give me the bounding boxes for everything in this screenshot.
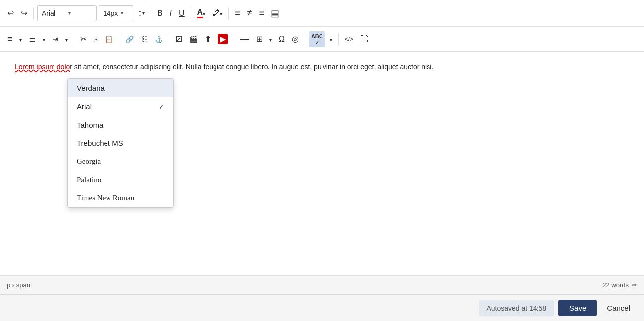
line-height-chevron-icon bbox=[142, 10, 145, 16]
font-option-times-new-roman[interactable]: Times New Roman bbox=[68, 189, 173, 207]
line-height-button[interactable]: ↕ bbox=[135, 6, 147, 20]
indent-chevron-button[interactable] bbox=[63, 33, 70, 46]
hr-button[interactable]: — bbox=[238, 32, 252, 46]
omega-icon: Ω bbox=[279, 35, 285, 44]
font-color-icon: A bbox=[197, 8, 203, 18]
toolbar-2: ≡ ≣ ⇥ ✂ ⎘ 📋 🔗 ⛓ ⚓ 🖼 bbox=[0, 27, 644, 52]
copy-button[interactable]: ⎘ bbox=[91, 33, 100, 45]
undo-icon bbox=[7, 8, 14, 18]
arial-selected-icon: ✓ bbox=[159, 103, 164, 111]
target-icon: ◎ bbox=[292, 34, 299, 44]
indent-chevron-icon bbox=[65, 35, 68, 44]
text-red-span: Lorem ipsum dolo bbox=[15, 63, 70, 71]
spellcheck-chevron-button[interactable] bbox=[327, 33, 335, 46]
target-button[interactable]: ◎ bbox=[289, 32, 301, 46]
redo-button[interactable] bbox=[18, 6, 30, 20]
redo-icon bbox=[21, 8, 27, 18]
font-option-trebuchet[interactable]: Trebuchet MS bbox=[68, 134, 173, 152]
font-option-arial[interactable]: Arial ✓ bbox=[68, 97, 173, 116]
code-view-icon: </> bbox=[345, 36, 353, 43]
underline-button[interactable]: U bbox=[176, 7, 187, 20]
align-center-button[interactable]: ≠ bbox=[245, 6, 255, 20]
cut-icon: ✂ bbox=[80, 34, 87, 44]
anchor-button[interactable]: ⚓ bbox=[152, 33, 165, 45]
youtube-button[interactable]: ▶ bbox=[215, 32, 230, 46]
divider-2 bbox=[151, 7, 151, 19]
text-main-span: r sit amet, consectetur adipiscing elit.… bbox=[70, 63, 433, 71]
font-option-tahoma[interactable]: Tahoma bbox=[68, 116, 173, 134]
unlink-button[interactable]: ⛓ bbox=[138, 33, 150, 45]
editor-area[interactable]: Lorem ipsum dolor sit amet, consectetur … bbox=[0, 52, 644, 275]
font-family-select[interactable]: Arial bbox=[37, 5, 97, 21]
save-button[interactable]: Save bbox=[558, 300, 597, 316]
divider-9 bbox=[305, 33, 305, 45]
font-option-georgia[interactable]: Georgia bbox=[68, 152, 173, 171]
fullscreen-icon: ⛶ bbox=[360, 35, 368, 44]
image-button[interactable]: 🖼 bbox=[173, 33, 185, 45]
align-center-icon: ≠ bbox=[247, 8, 252, 18]
bottom-bar: Autosaved at 14:58 Save Cancel bbox=[0, 294, 644, 321]
image-icon: 🖼 bbox=[175, 35, 182, 43]
font-size-select[interactable]: 14px bbox=[99, 5, 133, 21]
align-left-button[interactable]: ≡ bbox=[232, 6, 243, 20]
status-bar: p › span 22 words ✏ bbox=[0, 275, 644, 294]
table-chevron-icon bbox=[269, 35, 272, 44]
link-button[interactable]: 🔗 bbox=[123, 33, 136, 45]
spellcheck-chevron-icon bbox=[330, 35, 332, 44]
special-char-button[interactable]: Ω bbox=[276, 33, 287, 46]
line-height-icon: ↕ bbox=[138, 8, 142, 18]
spellcheck-button[interactable]: ABC✓ bbox=[309, 31, 325, 47]
copy-icon: ⎘ bbox=[94, 35, 98, 43]
fullscreen-button[interactable]: ⛶ bbox=[358, 33, 371, 46]
autosaved-label: Autosaved at 14:58 bbox=[479, 300, 554, 316]
font-option-verdana[interactable]: Verdana bbox=[68, 79, 173, 97]
font-family-value: Arial bbox=[42, 9, 65, 17]
italic-button[interactable]: I bbox=[167, 7, 174, 20]
align-right-button[interactable]: ≡ bbox=[257, 6, 267, 20]
upload-button[interactable]: ⬆ bbox=[202, 32, 214, 46]
list-bullet-chevron-icon bbox=[19, 35, 22, 44]
anchor-icon: ⚓ bbox=[155, 35, 163, 43]
align-left-icon: ≡ bbox=[235, 8, 240, 18]
divider-4 bbox=[228, 7, 229, 19]
highlight-chevron-icon bbox=[220, 9, 222, 18]
bold-button[interactable]: B bbox=[155, 7, 165, 20]
list-numbered-chevron-icon bbox=[43, 35, 45, 44]
font-family-dropdown: Verdana Arial ✓ Tahoma Trebuchet MS Geor… bbox=[67, 78, 174, 208]
paste-button[interactable]: 📋 bbox=[102, 33, 115, 45]
font-color-chevron-icon bbox=[203, 9, 205, 18]
indent-button[interactable]: ⇥ bbox=[50, 32, 61, 46]
list-numbered-button[interactable]: ≣ bbox=[26, 32, 38, 46]
breadcrumb-text: p › span bbox=[7, 281, 30, 289]
edit-icon: ✏ bbox=[632, 281, 637, 289]
list-numbered-chevron-button[interactable] bbox=[40, 33, 48, 46]
divider-10 bbox=[338, 33, 339, 45]
list-bullet-icon: ≡ bbox=[7, 34, 12, 44]
divider-8 bbox=[234, 33, 234, 45]
list-bullet-button[interactable]: ≡ bbox=[5, 32, 15, 46]
divider-1 bbox=[33, 7, 34, 19]
link-icon: 🔗 bbox=[125, 35, 134, 43]
undo-button[interactable] bbox=[5, 6, 16, 20]
spellcheck-icon: ABC✓ bbox=[311, 33, 323, 45]
editor-content: Lorem ipsum dolor sit amet, consectetur … bbox=[15, 62, 629, 72]
divider-7 bbox=[169, 33, 169, 45]
cut-button[interactable]: ✂ bbox=[78, 32, 89, 46]
highlight-button[interactable]: 🖍 bbox=[210, 7, 225, 20]
table-chevron-button[interactable] bbox=[267, 33, 274, 46]
indent-icon: ⇥ bbox=[52, 34, 58, 44]
font-option-palatino[interactable]: Palatino bbox=[68, 171, 173, 189]
font-size-chevron-icon bbox=[121, 10, 129, 16]
code-view-button[interactable]: </> bbox=[342, 34, 356, 45]
list-bullet-chevron-button[interactable] bbox=[17, 33, 24, 46]
font-color-button[interactable]: A bbox=[195, 6, 208, 20]
table-button[interactable]: ⊞ bbox=[254, 32, 265, 46]
media-button[interactable]: 🎬 bbox=[187, 33, 200, 45]
divider-3 bbox=[191, 7, 191, 19]
justify-icon: ▤ bbox=[271, 8, 279, 19]
cancel-button[interactable]: Cancel bbox=[601, 300, 636, 316]
upload-icon: ⬆ bbox=[205, 34, 211, 44]
align-right-icon: ≡ bbox=[259, 8, 265, 18]
justify-button[interactable]: ▤ bbox=[268, 6, 282, 21]
word-count-text: 22 words bbox=[602, 281, 629, 289]
